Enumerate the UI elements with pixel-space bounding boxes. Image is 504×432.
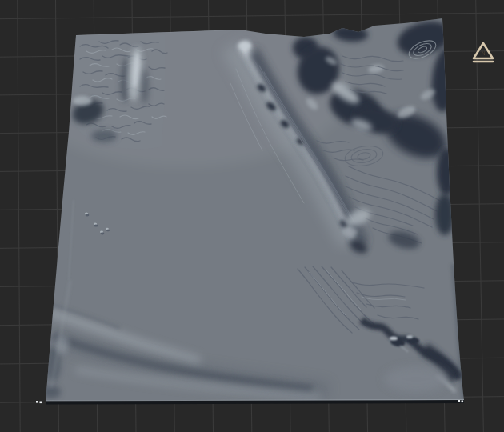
viewport-3d[interactable]: N: [0, 0, 504, 432]
terrain-scene[interactable]: [0, 0, 504, 432]
terrain-bottom-side: [46, 400, 464, 405]
terrain-corner-handle-left[interactable]: [36, 401, 42, 403]
north-label: N: [481, 50, 485, 57]
terrain-patch-upper-left: [69, 35, 167, 149]
north-indicator-icon[interactable]: N: [471, 40, 495, 64]
